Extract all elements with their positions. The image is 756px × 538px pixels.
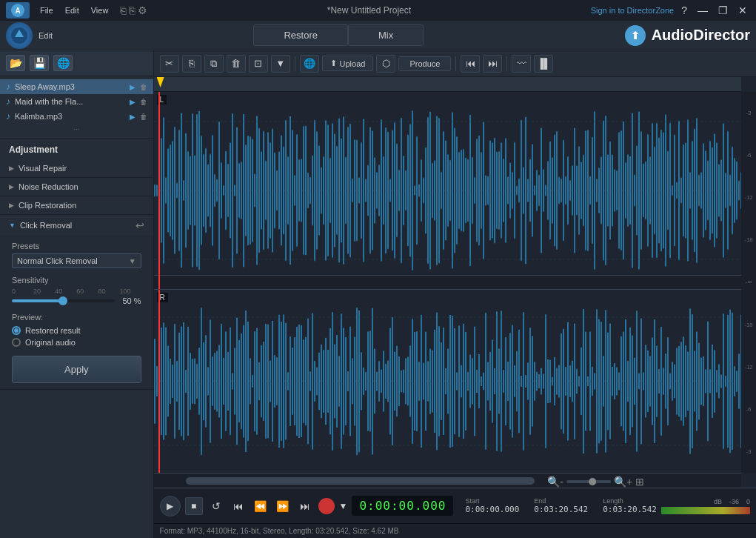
- playhead-marker[interactable]: [157, 77, 164, 87]
- delete-file-2[interactable]: 🗑: [140, 98, 147, 106]
- minimize-button[interactable]: —: [695, 4, 711, 16]
- dropdown-arrow-icon: ▼: [129, 257, 136, 265]
- edit-menu[interactable]: Edit: [61, 4, 84, 16]
- play-button[interactable]: ▶: [160, 496, 181, 517]
- sign-in-link[interactable]: Sign in to DirectorZone: [591, 6, 675, 15]
- waveform-canvas-right: [154, 290, 741, 473]
- rewind-button[interactable]: ⏪: [252, 497, 270, 515]
- prev-frame-button[interactable]: ⏮: [230, 497, 247, 515]
- click-removal-arrow: ▼: [9, 222, 16, 229]
- zoom-in-button[interactable]: 🔍+: [614, 476, 632, 488]
- zoom-slider[interactable]: [566, 480, 611, 483]
- produce-label: Produce: [409, 59, 440, 68]
- produce-button[interactable]: Produce: [398, 56, 451, 71]
- start-label: Start: [465, 497, 479, 505]
- play-file-2[interactable]: ▶: [130, 98, 136, 106]
- forward-button[interactable]: ⏩: [274, 497, 292, 515]
- click-removal-header[interactable]: ▼ Click Removal ↩: [0, 215, 153, 236]
- scale-0: 0: [12, 288, 33, 295]
- help-button[interactable]: ?: [678, 4, 690, 16]
- track-left: L: [154, 92, 741, 290]
- delete-button[interactable]: 🗑: [227, 55, 246, 73]
- vu-bar: [661, 507, 750, 514]
- sensitivity-value: 50 %: [119, 296, 141, 305]
- play-icon: ▶: [167, 501, 173, 511]
- save-button[interactable]: 💾: [30, 55, 49, 71]
- sensitivity-slider-track[interactable]: [12, 299, 115, 302]
- apply-button[interactable]: Apply: [12, 356, 141, 383]
- waveform-canvas-left: [154, 92, 741, 289]
- delete-file-3[interactable]: 🗑: [140, 113, 147, 121]
- scale-60: 60: [76, 288, 98, 295]
- waveform-button[interactable]: 〰: [512, 55, 531, 73]
- upload-button[interactable]: ⬆ Upload: [322, 56, 374, 71]
- end-value: 0:03:20.542: [534, 505, 588, 514]
- file-item-3[interactable]: ♪ Kalimba.mp3 ▶ 🗑: [0, 109, 153, 124]
- bars-button[interactable]: ▐▌: [534, 55, 553, 73]
- play-file-3[interactable]: ▶: [130, 113, 136, 121]
- open-file-button[interactable]: 📂: [6, 55, 25, 71]
- noise-reduction-header[interactable]: ▶ Noise Reduction: [0, 178, 153, 196]
- edit-tab-label[interactable]: Edit: [39, 31, 53, 40]
- clip-restoration-header[interactable]: ▶ Clip Restoration: [0, 196, 153, 214]
- preset-value: Normal Click Removal: [17, 256, 98, 265]
- file-menu[interactable]: File: [36, 4, 58, 16]
- svg-text:A: A: [15, 7, 20, 15]
- browse-button[interactable]: 🌐: [53, 55, 73, 71]
- upload-icon: ⬆: [330, 59, 337, 68]
- radio-original-audio[interactable]: Original audio: [12, 338, 141, 347]
- db-scale: -3 -6 -12 -18 -∞ -18 -12 -6 -3: [741, 92, 756, 473]
- sensitivity-slider-thumb[interactable]: [58, 296, 67, 305]
- return-to-start-button[interactable]: ↺: [207, 497, 225, 515]
- noise-reduction-arrow: ▶: [9, 183, 14, 190]
- click-removal-label: Click Removal: [20, 221, 72, 230]
- tab-mix[interactable]: Mix: [348, 24, 424, 46]
- zoom-controls: 🔍- 🔍+ ⊞: [547, 476, 644, 488]
- view-menu[interactable]: View: [87, 4, 113, 16]
- play-file-1[interactable]: ▶: [130, 83, 136, 91]
- track-separator: [154, 275, 741, 290]
- close-button[interactable]: ✕: [735, 4, 750, 16]
- radio-restored-result[interactable]: Restored result: [12, 326, 141, 335]
- dropdown-button[interactable]: ▼: [271, 55, 290, 73]
- ff-button[interactable]: ⏭: [483, 55, 502, 73]
- preview-label: Preview:: [12, 313, 141, 322]
- zoom-thumb[interactable]: [589, 478, 596, 485]
- header-tabs: Restore Mix: [56, 24, 622, 46]
- playhead-line-right: [158, 290, 160, 473]
- delete-file-1[interactable]: 🗑: [140, 83, 147, 91]
- maximize-button[interactable]: ❐: [715, 4, 731, 16]
- rewind-button[interactable]: ⏮: [461, 55, 480, 73]
- visual-repair-arrow: ▶: [9, 165, 14, 172]
- tab-restore[interactable]: Restore: [253, 24, 348, 46]
- db-6-bot: -6: [746, 406, 751, 413]
- visual-repair-label: Visual Repair: [19, 164, 67, 173]
- end-button[interactable]: ⏭: [296, 497, 314, 515]
- visual-repair-header[interactable]: ▶ Visual Repair: [0, 159, 153, 177]
- stop-button[interactable]: ■: [185, 497, 203, 515]
- scrollbar-thumb[interactable]: [186, 477, 535, 485]
- music-icon-3: ♪: [6, 111, 10, 122]
- waveform-container: 0:00 0:10 0:20 0:30 0:40 0:50 1:00 1:10 …: [154, 77, 756, 488]
- playhead-line-left: [158, 92, 160, 289]
- fit-button[interactable]: ⊞: [635, 476, 644, 488]
- radio-original-label: Original audio: [25, 338, 76, 347]
- paste-button[interactable]: ⧉: [204, 55, 224, 73]
- undo-click-removal[interactable]: ↩: [136, 219, 144, 231]
- scissors-button[interactable]: ✂: [160, 55, 179, 73]
- left-panel: 📂 💾 🌐 ♪ Sleep Away.mp3 ▶ 🗑 ♪ Maid with t…: [0, 50, 154, 538]
- export-button[interactable]: ⬡: [376, 55, 395, 73]
- copy-button[interactable]: ⎘: [182, 55, 201, 73]
- file-item-2[interactable]: ♪ Maid with the Fla... ▶ 🗑: [0, 94, 153, 109]
- globe-button[interactable]: 🌐: [300, 55, 319, 73]
- radio-restored-circle: [12, 326, 21, 335]
- preset-dropdown[interactable]: Normal Click Removal ▼: [12, 253, 141, 268]
- file-item-1[interactable]: ♪ Sleep Away.mp3 ▶ 🗑: [0, 79, 153, 94]
- record-button[interactable]: [318, 498, 335, 514]
- h-scrollbar[interactable]: [154, 473, 741, 488]
- separator-2: [455, 56, 456, 71]
- zoom-out-button[interactable]: 🔍-: [547, 476, 563, 488]
- crop-button[interactable]: ⊡: [249, 55, 268, 73]
- scale-100: 100: [119, 288, 141, 295]
- record-dropdown[interactable]: ▼: [339, 501, 348, 511]
